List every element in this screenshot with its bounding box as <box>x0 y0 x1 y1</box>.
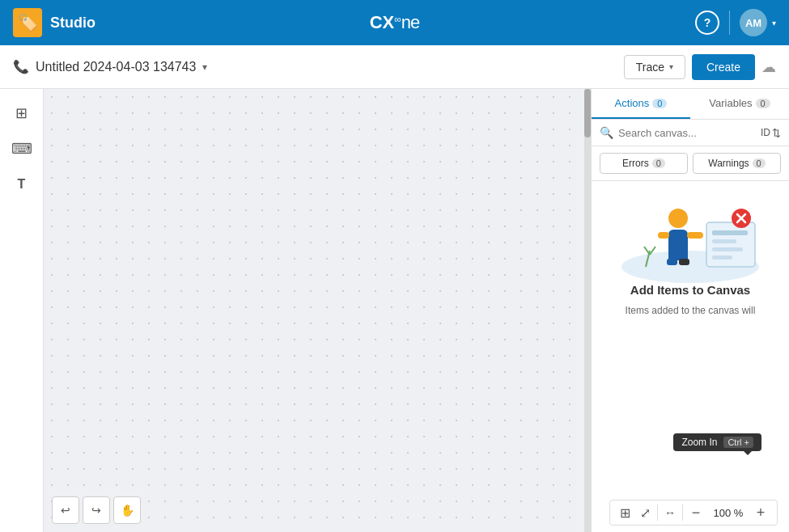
svg-rect-3 <box>712 239 736 243</box>
tab-actions[interactable]: Actions 0 <box>592 89 690 119</box>
tab-actions-badge: 0 <box>652 99 667 108</box>
id-label: ID <box>761 127 770 138</box>
create-button[interactable]: Create <box>692 54 755 80</box>
subheader: 📞 Untitled 2024-04-03 134743 ▾ Trace ▾ C… <box>0 45 789 89</box>
bottom-left-tools: ↩ ↪ ✋ <box>52 496 141 524</box>
studio-logo-icon: 🏷️ <box>13 8 42 37</box>
sidebar-components-icon[interactable]: ⊞ <box>7 99 36 128</box>
left-sidebar: ⊞ ⌨ T <box>0 89 44 532</box>
phone-icon: 📞 <box>13 59 29 74</box>
errors-label: Errors <box>622 158 649 169</box>
flow-title-area: 📞 Untitled 2024-04-03 134743 ▾ <box>13 59 207 74</box>
svg-rect-5 <box>712 255 732 260</box>
undo-button[interactable]: ↩ <box>52 496 79 524</box>
canvas-scrollbar[interactable] <box>584 89 591 532</box>
warnings-filter-button[interactable]: Warnings 0 <box>693 153 781 174</box>
svg-rect-11 <box>668 239 677 261</box>
zoom-out-button[interactable]: − <box>686 503 706 522</box>
columns-view-button[interactable]: ⊞ <box>617 504 634 522</box>
sort-icon: ⇅ <box>772 127 781 139</box>
svg-rect-12 <box>679 239 688 261</box>
canvas-area[interactable]: ↩ ↪ ✋ <box>44 89 591 532</box>
tab-variables-label: Variables <box>709 97 752 109</box>
sidebar-code-icon[interactable]: ⌨ <box>7 134 36 163</box>
zoom-shortcut: Ctrl + <box>723 437 753 448</box>
subheader-actions: Trace ▾ Create ☁ <box>624 54 776 80</box>
flow-title: Untitled 2024-04-03 134743 <box>36 60 196 74</box>
search-input[interactable] <box>618 127 756 139</box>
canvas-scrollbar-thumb <box>584 89 591 137</box>
tab-variables[interactable]: Variables 0 <box>690 89 789 119</box>
trace-button[interactable]: Trace ▾ <box>624 55 685 79</box>
svg-rect-1 <box>706 222 755 267</box>
svg-rect-4 <box>712 247 743 251</box>
header-center: CX∞ne <box>370 12 420 33</box>
tab-actions-label: Actions <box>615 97 650 109</box>
pan-button[interactable]: ✋ <box>113 496 141 524</box>
app-title: Studio <box>50 15 95 32</box>
header-divider <box>729 11 730 35</box>
trace-label: Trace <box>636 61 664 74</box>
search-bar: 🔍 ID ⇅ <box>592 120 789 146</box>
header-right: ? AM ▾ <box>695 9 776 36</box>
empty-title: Add Items to Canvas <box>630 283 750 297</box>
user-menu[interactable]: AM ▾ <box>740 9 776 36</box>
id-sort-button[interactable]: ID ⇅ <box>761 127 781 139</box>
zoom-divider2 <box>682 505 683 521</box>
filter-buttons: Errors 0 Warnings 0 <box>592 146 789 181</box>
trace-chevron-icon: ▾ <box>669 62 673 71</box>
empty-illustration <box>613 194 767 283</box>
right-panel: Actions 0 Variables 0 🔍 ID ⇅ Errors 0 <box>591 89 789 532</box>
svg-point-9 <box>668 209 688 228</box>
errors-badge: 0 <box>652 158 665 168</box>
empty-desc: Items added to the canvas will <box>626 303 756 318</box>
svg-rect-2 <box>712 230 748 235</box>
svg-line-18 <box>644 247 650 255</box>
svg-rect-13 <box>658 232 669 239</box>
main-layout: ⊞ ⌨ T ↩ ↪ ✋ Actions 0 Variables 0 <box>0 89 789 532</box>
svg-rect-16 <box>679 259 689 265</box>
user-menu-chevron-icon: ▾ <box>772 19 776 27</box>
zoom-tooltip: Zoom In Ctrl + <box>673 433 761 451</box>
errors-filter-button[interactable]: Errors 0 <box>600 153 688 174</box>
expand-width-button[interactable]: ↔ <box>661 505 679 521</box>
app-header: 🏷️ Studio CX∞ne ? AM ▾ <box>0 0 789 45</box>
svg-rect-15 <box>667 259 677 265</box>
warnings-badge: 0 <box>753 158 766 168</box>
right-panel-tabs: Actions 0 Variables 0 <box>592 89 789 120</box>
header-left: 🏷️ Studio <box>13 8 95 37</box>
tab-variables-badge: 0 <box>756 99 770 108</box>
svg-rect-14 <box>687 232 703 239</box>
zoom-percent: 100 % <box>709 507 748 519</box>
sidebar-text-icon[interactable]: T <box>7 170 36 199</box>
flow-title-chevron-icon: ▾ <box>202 61 207 73</box>
empty-canvas-area: Add Items to Canvas Items added to the c… <box>592 181 789 532</box>
fit-screen-button[interactable]: ⤢ <box>637 504 654 522</box>
zoom-in-button[interactable]: + <box>751 503 770 522</box>
warnings-label: Warnings <box>708 158 749 169</box>
user-avatar: AM <box>740 9 767 36</box>
zoom-tooltip-label: Zoom In <box>681 437 717 448</box>
cxone-logo: CX∞ne <box>370 12 420 33</box>
help-button[interactable]: ? <box>695 11 719 35</box>
zoom-divider <box>657 505 658 521</box>
bottom-canvas-bar: ↩ ↪ ✋ <box>44 496 591 524</box>
redo-button[interactable]: ↪ <box>83 496 110 524</box>
cloud-save-icon[interactable]: ☁ <box>761 58 776 76</box>
search-icon: 🔍 <box>600 126 613 139</box>
